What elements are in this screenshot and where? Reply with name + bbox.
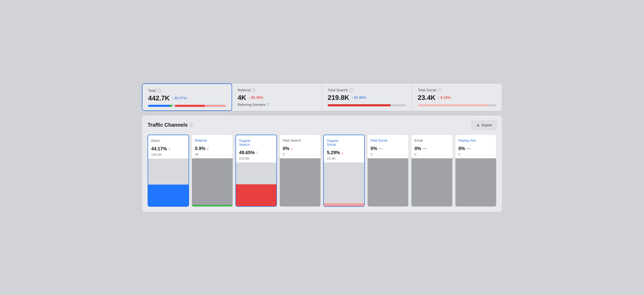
pb-blue [148, 105, 170, 107]
traffic-channels-header: Traffic Channels i Export [148, 121, 496, 129]
channel-name-organic-search[interactable]: OrganicSearch [239, 139, 273, 146]
referral-arrow: ↓ [207, 146, 209, 151]
channel-count-paid-search: 0 [283, 152, 318, 156]
total-change: 69.57% [172, 96, 187, 100]
pb-red [175, 105, 205, 107]
paid-social-bar-bg [368, 158, 409, 206]
total-search-change: 60.88% [351, 96, 366, 100]
metric-card-total-social[interactable]: Total Social i 23.4K 8.19% [412, 83, 502, 111]
channel-card-display-ads[interactable]: Display Ads 0% — 0 [455, 135, 497, 207]
email-bar-viz [411, 158, 452, 206]
organic-social-bar-viz [324, 162, 364, 206]
total-search-info-icon[interactable]: i [349, 88, 353, 92]
channel-name-direct: Direct [151, 139, 185, 143]
metric-value-total-search: 219.8K 60.88% [328, 94, 406, 102]
channel-name-display-ads[interactable]: Display Ads [459, 138, 493, 142]
metric-label-total-search: Total Search i [328, 88, 406, 92]
total-social-arrow-down [438, 96, 439, 100]
referral-change: 85.39% [248, 96, 263, 100]
channel-percent-organic-social: 5.29% ↓ [327, 150, 361, 155]
channel-percent-organic-search: 49.65% ↑ [239, 150, 273, 155]
direct-arrow: ↑ [168, 146, 171, 152]
channel-name-email: Email [414, 138, 449, 142]
referral-bar-fill [192, 205, 233, 206]
pb-search-rest [391, 104, 406, 106]
channel-card-email[interactable]: Email 0% — 0 [411, 135, 453, 207]
channel-percent-email: 0% — [414, 146, 449, 151]
metric-value-referral: 4K 85.39% [238, 94, 316, 102]
metric-card-referral[interactable]: Referral i 4K 85.39% Referring Domains: … [232, 83, 322, 111]
referral-info-icon[interactable]: i [252, 88, 256, 92]
pb-social-pink [418, 104, 489, 106]
channel-card-organic-search[interactable]: OrganicSearch 49.65% ↑ 219.8K [235, 135, 277, 207]
channel-name-organic-social[interactable]: OrganicSocial [327, 139, 361, 146]
channel-card-referral[interactable]: Referral 0.9% ↓ 4K [192, 135, 233, 207]
email-bar-bg [411, 158, 452, 206]
paid-search-bar-bg [280, 158, 321, 206]
export-icon [476, 123, 480, 127]
total-search-arrow-up [351, 96, 353, 100]
direct-bar-viz [148, 159, 189, 206]
display-ads-bar-bg [455, 158, 496, 206]
metric-value-total: 442.7K 69.57% [148, 94, 226, 102]
pb-social-rest [488, 104, 496, 106]
metric-card-total-search[interactable]: Total Search i 219.8K 60.88% [322, 83, 412, 111]
traffic-channels-title: Traffic Channels i [148, 122, 193, 128]
channel-count-email: 0 [414, 152, 449, 156]
channel-card-paid-social[interactable]: Paid Social 0% — 0 [367, 135, 409, 207]
dashboard: Total i 442.7K 69.57% Refer [142, 83, 502, 212]
pb-pink [205, 105, 226, 107]
paid-search-bar-viz [280, 158, 321, 206]
metric-card-total[interactable]: Total i 442.7K 69.57% [142, 83, 232, 111]
display-ads-bar-viz [455, 158, 496, 206]
channel-percent-paid-search: 0% ↓ [283, 146, 318, 151]
referral-bar-bg [192, 158, 233, 206]
export-button[interactable]: Export [472, 121, 496, 129]
referral-bar-viz [192, 158, 233, 206]
total-social-info-icon[interactable]: i [438, 88, 441, 92]
organic-search-arrow: ↑ [256, 150, 258, 155]
email-dash: — [422, 146, 427, 151]
traffic-channels-info-icon[interactable]: i [190, 123, 193, 127]
channel-percent-display-ads: 0% — [459, 146, 493, 151]
channel-name-paid-social[interactable]: Paid Social [371, 138, 405, 142]
channel-cards-grid: Direct 44.17% ↑ 195.6K Referral 0.9% ↓ [148, 135, 496, 207]
metric-value-total-social: 23.4K 8.19% [418, 94, 497, 102]
total-social-progress-bar [418, 104, 497, 106]
channel-count-paid-social: 0 [371, 152, 405, 156]
referral-arrow-down [248, 96, 250, 100]
channel-card-direct[interactable]: Direct 44.17% ↑ 195.6K [148, 135, 189, 207]
channel-count-referral: 4K [195, 152, 230, 156]
total-arrow-up [172, 96, 174, 100]
referring-domains-value: 7 [267, 103, 269, 107]
channel-count-organic-search: 219.8K [239, 157, 273, 160]
organic-social-arrow: ↓ [341, 150, 344, 155]
channel-count-organic-social: 23.4K [327, 157, 361, 160]
total-search-progress-bar [328, 104, 406, 106]
pb-search-red [328, 104, 391, 106]
traffic-channels-section: Traffic Channels i Export Direct 44.17% … [142, 115, 502, 212]
channel-percent-referral: 0.9% ↓ [195, 146, 230, 151]
referring-domains: Referring Domains: 7 [238, 103, 316, 107]
direct-bar-fill [148, 185, 189, 206]
organic-search-bar-fill [236, 184, 276, 206]
channel-percent-paid-social: 0% — [371, 146, 405, 151]
total-social-change: 8.19% [438, 96, 451, 100]
paid-search-arrow: ↓ [291, 146, 293, 151]
metric-label-referral: Referral i [238, 88, 316, 92]
paid-social-dash: — [379, 146, 383, 151]
organic-social-bar-fill [324, 203, 364, 206]
channel-percent-direct: 44.17% ↑ [151, 146, 185, 152]
organic-social-bar-bg [324, 162, 364, 206]
channel-name-paid-search: Paid Search [283, 138, 318, 142]
channel-name-referral[interactable]: Referral [195, 138, 230, 142]
channel-count-display-ads: 0 [459, 152, 493, 156]
channel-card-organic-social[interactable]: OrganicSocial 5.29% ↓ 23.4K [323, 135, 365, 207]
metric-label-total: Total i [148, 89, 226, 93]
total-progress-bar [148, 105, 226, 107]
metric-cards-container: Total i 442.7K 69.57% Refer [142, 83, 502, 111]
channel-card-paid-search[interactable]: Paid Search 0% ↓ 0 [279, 135, 321, 207]
organic-search-bar-viz [236, 162, 276, 206]
total-info-icon[interactable]: i [157, 89, 161, 92]
pb-green [170, 105, 172, 107]
